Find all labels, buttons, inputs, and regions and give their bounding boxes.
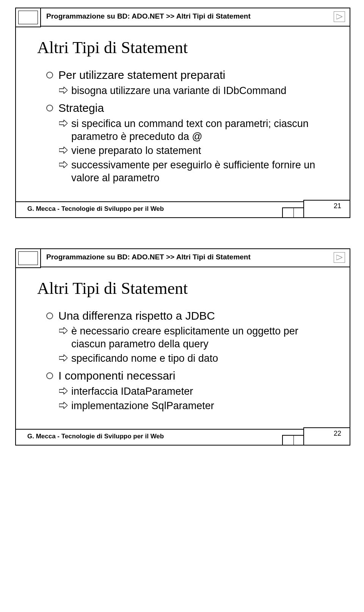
arrow-icon <box>59 87 67 95</box>
circle-bullet-icon <box>46 72 53 78</box>
footer-decoration <box>282 435 305 446</box>
page-number: 22 <box>334 430 341 438</box>
bullet-text: implementazione SqlParameter <box>71 400 214 413</box>
header-decoration <box>15 248 41 268</box>
bullet-text: è necessario creare esplicitamente un og… <box>71 325 334 351</box>
breadcrumb: Programmazione su BD: ADO.NET >> Altri T… <box>46 253 251 261</box>
bullet-text: interfaccia IDataParameter <box>71 385 193 398</box>
circle-bullet-icon <box>46 312 53 319</box>
bullet-text: viene preparato lo statement <box>71 144 201 157</box>
arrow-icon <box>59 402 67 410</box>
page-number: 21 <box>334 202 341 210</box>
bullet-l2: viene preparato lo statement <box>59 144 334 157</box>
slide-title: Altri Tipi di Statement <box>37 38 334 57</box>
bullet-text: Una differenza rispetto a JDBC <box>58 309 215 323</box>
bullet-l2: interfaccia IDataParameter <box>59 385 334 398</box>
svg-marker-0 <box>336 14 342 19</box>
bullet-l2: specificando nome e tipo di dato <box>59 352 334 365</box>
arrow-icon <box>59 327 67 336</box>
arrow-icon <box>59 147 67 155</box>
bullet-l2: bisogna utilizzare una variante di IDbCo… <box>59 85 334 97</box>
header-decoration <box>15 8 41 27</box>
footer-decoration <box>282 207 305 218</box>
bullet-l2: successivamente per eseguirlo è sufficie… <box>59 159 334 185</box>
slide: Programmazione su BD: ADO.NET >> Altri T… <box>15 248 350 446</box>
circle-bullet-icon <box>46 372 53 379</box>
bullet-text: successivamente per eseguirlo è sufficie… <box>71 159 334 185</box>
next-slide-icon[interactable] <box>334 252 345 263</box>
slide-body: Altri Tipi di Statement Per utilizzare s… <box>16 27 350 201</box>
arrow-icon <box>59 120 67 128</box>
bullet-text: specificando nome e tipo di dato <box>71 352 218 365</box>
footer-author: G. Mecca - Tecnologie di Sviluppo per il… <box>27 205 164 213</box>
bullet-l1: Per utilizzare statement preparati <box>46 68 334 82</box>
arrow-icon <box>59 161 67 169</box>
bullet-text: I componenti necessari <box>58 369 176 383</box>
slide-title: Altri Tipi di Statement <box>37 279 334 298</box>
slide-body: Altri Tipi di Statement Una differenza r… <box>16 267 350 429</box>
slide-footer: G. Mecca - Tecnologie di Sviluppo per il… <box>16 201 350 217</box>
bullet-l1: I componenti necessari <box>46 369 334 383</box>
arrow-icon <box>59 388 67 396</box>
bullet-text: Strategia <box>58 101 104 115</box>
arrow-icon <box>59 355 67 363</box>
bullet-l2: è necessario creare esplicitamente un og… <box>59 325 334 351</box>
circle-bullet-icon <box>46 105 53 111</box>
next-slide-icon[interactable] <box>334 11 345 22</box>
bullet-text: si specifica un command text con paramet… <box>71 118 334 143</box>
footer-pagebox: 21 <box>303 200 350 218</box>
breadcrumb: Programmazione su BD: ADO.NET >> Altri T… <box>46 12 251 20</box>
footer-pagebox: 22 <box>303 427 350 446</box>
bullet-l1: Strategia <box>46 101 334 115</box>
slide-header: Programmazione su BD: ADO.NET >> Altri T… <box>16 249 350 267</box>
bullet-text: bisogna utilizzare una variante di IDbCo… <box>71 85 286 97</box>
bullet-l1: Una differenza rispetto a JDBC <box>46 309 334 323</box>
svg-marker-1 <box>336 255 342 260</box>
slide-header: Programmazione su BD: ADO.NET >> Altri T… <box>16 8 350 27</box>
footer-author: G. Mecca - Tecnologie di Sviluppo per il… <box>27 433 164 440</box>
bullet-text: Per utilizzare statement preparati <box>58 68 225 82</box>
slide: Programmazione su BD: ADO.NET >> Altri T… <box>15 8 350 218</box>
slide-footer: G. Mecca - Tecnologie di Sviluppo per il… <box>16 429 350 445</box>
bullet-l2: si specifica un command text con paramet… <box>59 118 334 143</box>
bullet-l2: implementazione SqlParameter <box>59 400 334 413</box>
